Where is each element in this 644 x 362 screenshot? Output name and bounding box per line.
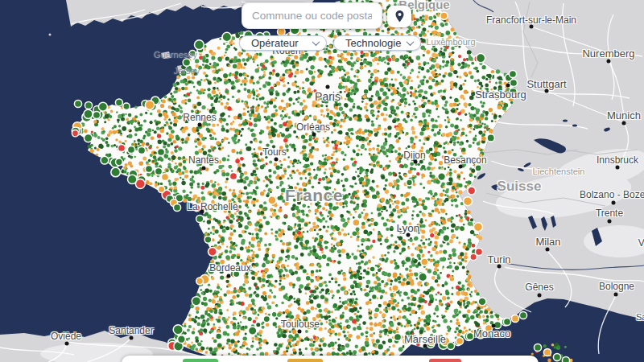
technology-dropdown-label: Technologie <box>345 37 401 49</box>
geolocate-button[interactable] <box>387 6 411 27</box>
channel-islands <box>49 34 189 73</box>
coverage-map-app: ParisRouenRennesNantesToursOrléansDijonB… <box>0 0 644 362</box>
legend-swatch-poor <box>429 359 461 362</box>
operator-dropdown[interactable]: Opérateur <box>239 35 327 51</box>
technology-dropdown[interactable]: Technologie <box>333 35 421 51</box>
chevron-down-icon <box>312 38 320 46</box>
location-pin-icon <box>394 10 406 23</box>
operator-dropdown-label: Opérateur <box>251 37 299 49</box>
legend-swatch-medium <box>287 359 323 362</box>
legend-swatch-good <box>183 359 218 362</box>
search-input[interactable] <box>242 10 382 22</box>
map-canvas[interactable] <box>0 0 644 362</box>
legend-bar <box>122 356 539 362</box>
search-box <box>242 2 382 29</box>
chevron-down-icon <box>407 38 415 46</box>
